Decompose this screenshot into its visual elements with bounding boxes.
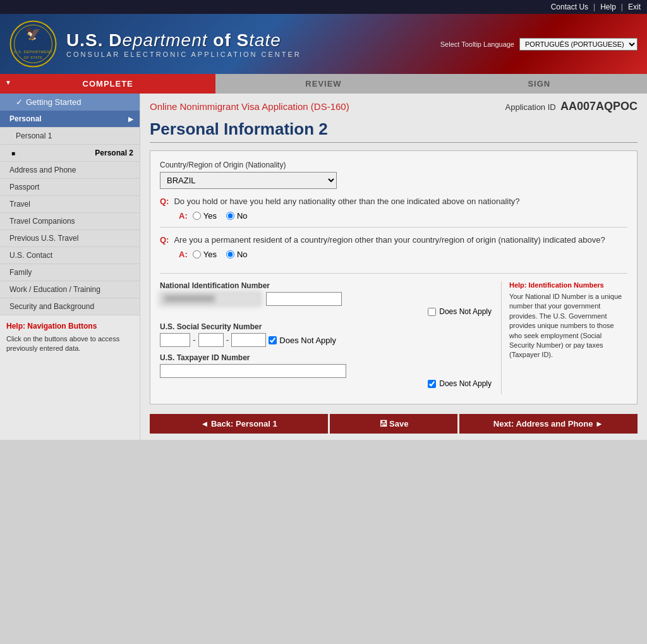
sidebar-help-title-text: Navigation Buttons [25, 322, 97, 331]
sidebar-help: Help: Navigation Buttons Click on the bu… [0, 315, 140, 360]
help-link[interactable]: Help [600, 3, 616, 11]
svg-text:U.S. DEPARTMENT: U.S. DEPARTMENT [14, 50, 53, 54]
q1-no-option[interactable]: No [226, 211, 248, 221]
help-title-text: Identification Numbers [527, 281, 604, 289]
separator1: | [593, 3, 595, 11]
id-section: National Identification Number Does Not … [160, 281, 627, 394]
header-title: U.S. Department of State CONSULAR ELECTR… [66, 30, 431, 58]
q1-text: Do you hold or have you held any nationa… [174, 197, 519, 206]
sidebar-item-label: U.S. Contact [9, 251, 52, 260]
q2-no-radio[interactable] [226, 250, 234, 258]
q2-radio-group: Yes No [193, 250, 248, 259]
save-button[interactable]: 🖫 Save [330, 414, 457, 434]
tooltip-language-selector[interactable]: Select Tooltip Language PORTUGUÊS (PORTU… [440, 38, 638, 51]
ssn-field: U.S. Social Security Number - - Does Not… [160, 322, 492, 347]
id-fields: National Identification Number Does Not … [160, 281, 492, 394]
q1-no-label: No [237, 211, 248, 221]
sidebar-item-address-phone[interactable]: Address and Phone [0, 162, 140, 179]
sidebar-help-body: Click on the buttons above to access pre… [6, 334, 133, 354]
q2-text: Are you a permanent resident of a countr… [174, 235, 605, 245]
national-id-dna-row: Does Not Apply [160, 307, 492, 316]
ssn-input-row: - - Does Not Apply [160, 333, 492, 347]
sidebar-item-personal2[interactable]: Personal 2 [0, 145, 140, 162]
ssn-part3[interactable] [231, 333, 266, 347]
sidebar-item-personal1[interactable]: Personal 1 [0, 128, 140, 145]
taxpayer-input[interactable] [160, 364, 346, 378]
sidebar-item-passport[interactable]: Passport [0, 179, 140, 196]
sidebar-item-travel[interactable]: Travel [0, 196, 140, 213]
sidebar-item-previous-us-travel[interactable]: Previous U.S. Travel [0, 230, 140, 247]
a2-label: A: [179, 250, 188, 259]
sidebar-item-security-background[interactable]: Security and Background [0, 298, 140, 315]
exit-link[interactable]: Exit [628, 3, 641, 11]
ssn-sep2: - [226, 335, 229, 345]
q2-label: Q: [160, 235, 169, 245]
back-button[interactable]: ◄ Back: Personal 1 [150, 414, 328, 434]
national-id-input[interactable] [160, 292, 261, 306]
dept-name: U.S. Department of State [66, 30, 431, 51]
q1-answer: A: Yes No [179, 211, 627, 221]
help-body: Your National ID Number is a unique numb… [509, 292, 627, 360]
q2-yes-option[interactable]: Yes [193, 250, 217, 259]
page-heading: Personal Information 2 [150, 119, 638, 143]
taxpayer-dna-checkbox[interactable] [428, 380, 436, 388]
national-id-input2[interactable] [266, 292, 342, 306]
q2-no-label: No [237, 250, 248, 259]
sidebar-item-us-contact[interactable]: U.S. Contact [0, 247, 140, 264]
language-select[interactable]: PORTUGUÊS (PORTUGUESE) [519, 38, 638, 51]
sidebar-item-label: Getting Started [26, 97, 81, 107]
sidebar-item-travel-companions[interactable]: Travel Companions [0, 213, 140, 230]
sidebar-help-title: Help: Navigation Buttons [6, 322, 133, 331]
q2-yes-label: Yes [203, 250, 217, 259]
q2-yes-radio[interactable] [193, 250, 201, 258]
top-bar: Contact Us | Help | Exit [0, 0, 647, 14]
id-help-panel: Help: Identification Numbers Your Nation… [501, 281, 627, 394]
header: 🦅 U.S. DEPARTMENT OF STATE U.S. Departme… [0, 14, 647, 74]
sidebar-item-label: Personal 1 [16, 131, 52, 140]
q2-answer: A: Yes No [179, 250, 627, 259]
q1-label: Q: [160, 197, 169, 206]
national-id-field: National Identification Number Does Not … [160, 281, 492, 316]
q1-yes-option[interactable]: Yes [193, 211, 217, 221]
app-title: Online Nonimmigrant Visa Application (DS… [150, 101, 349, 112]
sidebar-item-getting-started[interactable]: ✓ Getting Started [0, 94, 140, 111]
sidebar-item-work-education[interactable]: Work / Education / Training [0, 281, 140, 298]
bottom-nav: ◄ Back: Personal 1 🖫 Save Next: Address … [150, 414, 638, 434]
taxpayer-dna-row: Does Not Apply [160, 379, 492, 388]
ssn-dna-checkbox[interactable] [269, 336, 277, 344]
national-id-dna-label: Does Not Apply [439, 307, 492, 316]
tab-review[interactable]: REVIEW [215, 74, 431, 94]
content-area: Online Nonimmigrant Visa Application (DS… [140, 94, 647, 440]
sidebar-item-label: Passport [9, 183, 39, 191]
svg-text:🦅: 🦅 [25, 26, 41, 41]
next-button[interactable]: Next: Address and Phone ► [459, 414, 638, 434]
dept-subtitle: CONSULAR ELECTRONIC APPLICATION CENTER [66, 51, 431, 58]
nav-tabs: COMPLETE REVIEW SIGN [0, 74, 647, 94]
tab-complete[interactable]: COMPLETE [0, 74, 215, 94]
country-field: Country/Region of Origin (Nationality) B… [160, 161, 627, 189]
country-dropdown[interactable]: BRAZIL [160, 172, 337, 189]
q1-yes-radio[interactable] [193, 212, 201, 220]
contact-us-link[interactable]: Contact Us [551, 3, 588, 11]
ssn-part2[interactable] [198, 333, 224, 347]
a1-label: A: [179, 211, 188, 221]
tab-sign[interactable]: SIGN [432, 74, 647, 94]
q2-no-option[interactable]: No [226, 250, 248, 259]
sidebar-item-label: Travel [9, 200, 30, 209]
ssn-sep1: - [193, 335, 196, 345]
separator2: | [621, 3, 623, 11]
national-id-dna-checkbox[interactable] [428, 308, 436, 316]
sidebar-item-personal[interactable]: Personal ▶ [0, 111, 140, 128]
sidebar: ✓ Getting Started Personal ▶ Personal 1 … [0, 94, 140, 440]
q1-no-radio[interactable] [226, 212, 234, 220]
taxpayer-label: U.S. Taxpayer ID Number [160, 353, 492, 362]
sidebar-item-family[interactable]: Family [0, 264, 140, 281]
sidebar-item-label: Personal [9, 114, 42, 123]
tooltip-lang-label: Select Tooltip Language [440, 40, 514, 48]
sidebar-item-label: Work / Education / Training [9, 285, 100, 294]
ssn-dna-label: Does Not Apply [279, 336, 336, 345]
sidebar-item-label: Family [9, 268, 32, 277]
country-label: Country/Region of Origin (Nationality) [160, 161, 627, 169]
ssn-part1[interactable] [160, 333, 190, 347]
help-prefix: Help: [6, 322, 25, 331]
